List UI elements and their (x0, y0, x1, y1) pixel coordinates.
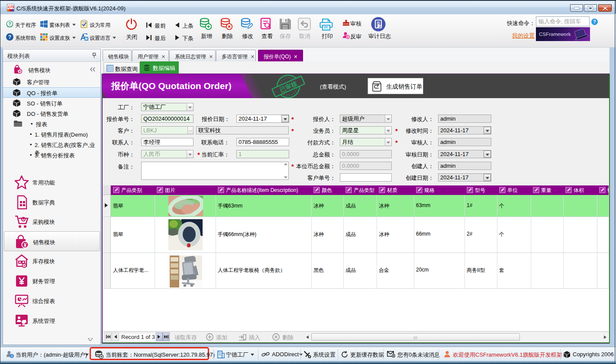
svg-text:?: ? (8, 22, 11, 26)
svg-text:?: ? (8, 34, 11, 40)
svg-text:?: ? (593, 19, 596, 24)
svg-text:¥: ¥ (24, 242, 27, 248)
svg-text:B: B (85, 37, 88, 41)
svg-text:¥: ¥ (19, 69, 21, 73)
